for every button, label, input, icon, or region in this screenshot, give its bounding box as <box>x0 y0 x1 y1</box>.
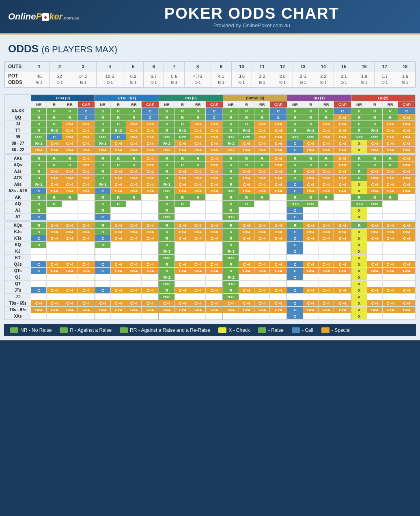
cell <box>334 207 351 214</box>
cell: X <box>351 294 367 300</box>
cell: C>4 <box>62 235 78 242</box>
cell: C>4 <box>142 188 159 194</box>
cell: R <box>319 155 334 162</box>
cell: C>4 <box>398 127 416 134</box>
cell: C>4 <box>303 188 318 194</box>
cell: C>4 <box>78 147 95 153</box>
cell <box>47 242 62 248</box>
cell: C>4 <box>126 307 142 313</box>
table-row: KTsCC>4C>4C>4CC>4C>4C>4RC>4C>4C>4RC>4C>4… <box>5 235 416 242</box>
cell: R <box>95 168 111 175</box>
cell: C>4 <box>334 147 351 153</box>
cell: C>4 <box>334 114 351 121</box>
cell: R <box>223 207 239 214</box>
cell <box>319 214 334 220</box>
cell: C>4 <box>190 222 206 229</box>
cell: C>4 <box>62 287 78 294</box>
cell <box>254 201 270 207</box>
cell: C>4 <box>78 287 95 294</box>
cell: C>4 <box>383 235 398 242</box>
cell: R <box>31 155 47 162</box>
cell: C>4 <box>367 140 382 147</box>
cell: C>4 <box>126 181 142 188</box>
cell: R <box>239 121 254 127</box>
cell: C>4 <box>398 188 416 194</box>
cell: R <box>159 229 174 235</box>
cell: C>4 <box>239 181 254 188</box>
cell <box>239 207 254 214</box>
cell <box>190 242 206 248</box>
cell: X <box>351 300 367 307</box>
utg1-nr: NR <box>95 101 111 108</box>
cell: C>4 <box>78 121 95 127</box>
hand-name: QJ <box>5 274 31 281</box>
cell: C>4 <box>175 229 190 235</box>
cell: C>4 <box>303 261 318 268</box>
cell: C <box>95 287 111 294</box>
cell: C>4 <box>175 222 190 229</box>
cell: R <box>223 222 239 229</box>
cell: R <box>47 155 62 162</box>
cell: C>4 <box>62 140 78 147</box>
cell: R <box>95 207 111 214</box>
cell <box>62 201 78 207</box>
cell <box>95 294 111 300</box>
cell: C>4 <box>319 188 334 194</box>
cell <box>398 255 416 261</box>
cell: R<1 <box>31 181 47 188</box>
cell: C>4 <box>126 188 142 194</box>
cell <box>190 201 206 207</box>
cell: R <box>223 162 239 168</box>
cell: C>4 <box>78 134 95 140</box>
cell: C>4 <box>111 307 126 313</box>
cell: R <box>190 162 206 168</box>
cell <box>367 294 382 300</box>
cell: C>4 <box>383 181 398 188</box>
cell: C <box>287 229 303 235</box>
pot-14: 2.2to 1 <box>313 71 334 88</box>
cell: R <box>47 108 62 114</box>
cell: C>4 <box>398 181 416 188</box>
cell: C>4 <box>367 268 382 274</box>
outs-5: 5 <box>123 62 143 71</box>
cell <box>175 313 190 320</box>
cell <box>31 294 47 300</box>
cell <box>31 313 47 320</box>
table-row: A9sR<1C>4C>4C>4R<1C>4C>4C>4R<1C>4C>4C>4R… <box>5 181 416 188</box>
nr-label: NR - No Raise <box>20 327 52 333</box>
cell: C>4 <box>383 287 398 294</box>
hand-name: 99 <box>5 134 31 140</box>
cell: C>4 <box>78 175 95 181</box>
cell: C>4 <box>78 127 95 134</box>
cell: C <box>206 108 223 114</box>
cell: C>4 <box>62 121 78 127</box>
cell <box>398 207 416 214</box>
section-title: ODDS (6 PLAYERS MAX) <box>4 41 416 57</box>
table-row: JTsCC>4C>4C>4CC>4C>4C>4RC>4C>4C>4RC>4C>4… <box>5 287 416 294</box>
cell: R <box>126 114 142 121</box>
cell: C>4 <box>111 147 126 153</box>
cell: C>4 <box>398 229 416 235</box>
cell <box>126 214 142 220</box>
cell <box>78 294 95 300</box>
cell: C <box>142 108 159 114</box>
cell: C <box>31 214 47 220</box>
cell: R<2 <box>159 188 174 194</box>
cell: R <box>367 162 382 168</box>
outs-15: 15 <box>334 62 354 71</box>
cell: C>4 <box>78 229 95 235</box>
utg-nr: NR <box>31 101 47 108</box>
cell: C>4 <box>239 300 254 307</box>
cell <box>111 242 126 248</box>
cell <box>398 281 416 287</box>
cell: C <box>142 114 159 121</box>
cell: R<2 <box>159 134 174 140</box>
raise-label: - Raise <box>268 327 284 333</box>
cell: C>4 <box>254 287 270 294</box>
cell <box>270 281 287 287</box>
cell: R<2 <box>223 188 239 194</box>
cell: R <box>351 108 367 114</box>
hand-name: JTs <box>5 287 31 294</box>
cell: C>4 <box>254 121 270 127</box>
hand-name: QTs <box>5 268 31 274</box>
